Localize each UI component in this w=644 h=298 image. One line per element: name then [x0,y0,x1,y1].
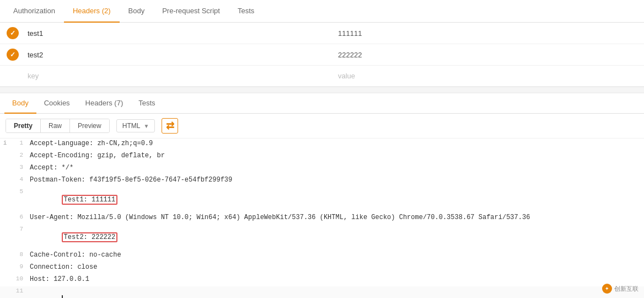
header-value-2[interactable]: 222222 [327,51,637,59]
line-num-7: 7 [10,225,26,233]
tab-body[interactable]: Body [120,0,154,23]
line-content-4: Postman-Token: f43f19f5-8ef5-026e-7647-e… [26,175,644,185]
tab-pre-request-script[interactable]: Pre-request Script [153,0,229,23]
format-select[interactable]: HTML ▼ [116,119,155,132]
code-line-8: 8 Cache-Control: no-cache [0,250,644,262]
tab-authorization[interactable]: Authorization [4,0,64,23]
line-num-2: 2 [10,151,26,159]
code-line-5: 5 Test1: 111111 [0,187,644,212]
line-content-5: Test1: 111111 [26,187,644,212]
top-tabs-bar: Authorization Headers (2) Body Pre-reque… [0,0,644,23]
line-content-8: Cache-Control: no-cache [26,250,644,260]
line-info-10 [0,274,10,276]
view-btn-group: Pretty Raw Preview [6,119,110,133]
line-num-6: 6 [10,212,26,221]
code-line-2: 2 Accept-Encoding: gzip, deflate, br [0,151,644,163]
line-info-11 [0,286,10,289]
watermark-text: 创新互联 [614,285,638,293]
code-line-6: 6 User-Agent: Mozilla/5.0 (Windows NT 10… [0,212,644,225]
header-row-1: test1 111111 [0,23,644,44]
view-controls: Pretty Raw Preview HTML ▼ ⇄ [0,114,644,139]
check-icon-1[interactable] [7,27,19,39]
response-tabs-bar: Body Cookies Headers (7) Tests [0,93,644,114]
header-row-2: test2 222222 [0,44,644,66]
header-key-1[interactable]: test1 [25,29,327,38]
line-content-9: Connection: close [26,262,644,272]
tab-tests-request[interactable]: Tests [229,0,263,23]
line-num-8: 8 [10,250,26,259]
line-content-1: Accept-Language: zh-CN,zh;q=0.9 [26,139,644,148]
line-info-3 [0,163,10,165]
view-btn-raw[interactable]: Raw [41,119,70,132]
highlight-test2: Test2: 222222 [62,232,118,242]
check-icon-2[interactable] [7,49,19,61]
header-row-placeholder: key value [0,66,644,87]
code-line-1: i 1 Accept-Language: zh-CN,zh;q=0.9 [0,139,644,151]
line-num-4: 4 [10,175,26,184]
wrap-button[interactable]: ⇄ [162,118,178,134]
line-info-5 [0,187,10,189]
code-line-7: 7 Test2: 222222 [0,225,644,250]
header-key-2[interactable]: test2 [25,51,327,59]
line-info-7 [0,225,10,227]
format-label: HTML [122,122,141,130]
line-info-6 [0,212,10,215]
header-value-placeholder[interactable]: value [327,72,637,80]
line-content-3: Accept: */* [26,163,644,173]
response-tab-body[interactable]: Body [4,93,36,114]
header-value-1[interactable]: 111111 [327,29,637,38]
response-section: Body Cookies Headers (7) Tests Pretty Ra… [0,93,644,298]
line-info-9 [0,262,10,264]
line-num-1: 1 [10,139,26,147]
view-btn-preview[interactable]: Preview [70,119,109,132]
line-num-10: 10 [10,274,26,283]
response-tab-headers[interactable]: Headers (7) [78,93,131,114]
chevron-down-icon: ▼ [143,123,149,129]
code-line-3: 3 Accept: */* [0,163,644,175]
view-btn-pretty[interactable]: Pretty [6,119,41,132]
highlight-test1: Test1: 111111 [62,195,118,205]
header-key-placeholder[interactable]: key [25,72,327,80]
line-info-1: i [0,139,10,147]
watermark-logo-icon [602,284,612,294]
response-tab-cookies[interactable]: Cookies [36,93,78,114]
line-info-8 [0,250,10,252]
line-info-2 [0,151,10,153]
line-content-10: Host: 127.0.0.1 [26,274,644,284]
code-line-4: 4 Postman-Token: f43f19f5-8ef5-026e-7647… [0,175,644,187]
wrap-icon: ⇄ [166,120,174,132]
response-tab-tests[interactable]: Tests [131,93,163,114]
line-num-3: 3 [10,163,26,172]
code-line-10: 10 Host: 127.0.0.1 [0,274,644,286]
code-area[interactable]: i 1 Accept-Language: zh-CN,zh;q=0.9 2 Ac… [0,139,644,298]
line-content-6: User-Agent: Mozilla/5.0 (Windows NT 10.0… [26,212,644,222]
code-line-11: 11 [0,286,644,298]
line-num-9: 9 [10,262,26,271]
watermark: 创新互联 [602,284,638,294]
code-line-9: 9 Connection: close [0,262,644,274]
line-info-4 [0,175,10,177]
line-content-11 [26,286,644,298]
tab-headers[interactable]: Headers (2) [64,0,120,23]
headers-section: test1 111111 test2 222222 key value [0,23,644,87]
line-num-11: 11 [10,286,26,295]
line-content-7: Test2: 222222 [26,225,644,250]
line-content-2: Accept-Encoding: gzip, deflate, br [26,151,644,161]
section-divider [0,87,644,93]
line-num-5: 5 [10,187,26,196]
